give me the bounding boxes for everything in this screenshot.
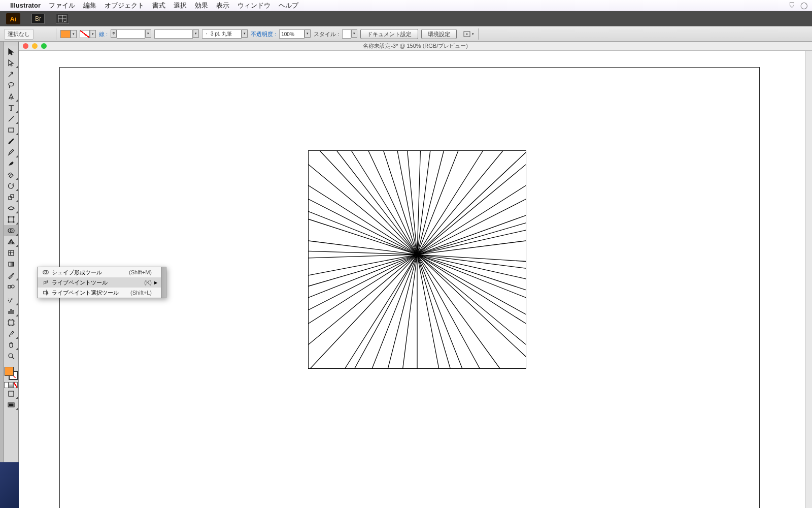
svg-rect-22 bbox=[9, 391, 14, 396]
svg-point-4 bbox=[466, 34, 468, 35]
svg-line-71 bbox=[417, 255, 526, 298]
menu-type[interactable]: 書式 bbox=[152, 1, 165, 10]
tool-perspective-grid[interactable] bbox=[4, 236, 18, 247]
app-name[interactable]: Illustrator bbox=[10, 2, 41, 9]
tool-lasso[interactable] bbox=[4, 80, 18, 91]
document-titlebar[interactable]: 名称未設定-3* @ 150% (RGB/プレビュー) bbox=[19, 42, 812, 51]
svg-rect-17 bbox=[9, 262, 14, 266]
screen-mode[interactable] bbox=[4, 399, 18, 410]
tool-mesh[interactable] bbox=[4, 247, 18, 259]
bridge-app-icon[interactable]: Br bbox=[31, 14, 45, 24]
arrange-documents-icon[interactable] bbox=[56, 14, 69, 24]
opacity-panel-link[interactable]: 不透明度 : bbox=[251, 30, 276, 38]
tool-zoom[interactable] bbox=[4, 351, 18, 362]
menu-view[interactable]: 表示 bbox=[216, 1, 229, 10]
svg-line-32 bbox=[403, 255, 417, 368]
document-title: 名称未設定-3* @ 150% (RGB/プレビュー) bbox=[19, 42, 812, 50]
flyout-item-1[interactable]: ライブペイントツール(K)▶ bbox=[38, 277, 161, 288]
tool-line-segment[interactable] bbox=[4, 113, 18, 124]
tool-blob-brush[interactable] bbox=[4, 158, 18, 169]
brush-definition[interactable]: ・ 3 pt. 丸筆▾ bbox=[202, 29, 248, 39]
fill-swatch-control[interactable]: ▾ bbox=[60, 30, 77, 38]
tool-scale[interactable] bbox=[4, 192, 18, 203]
variable-width-profile[interactable]: ▾ bbox=[154, 29, 199, 39]
tool-column-graph[interactable] bbox=[4, 306, 18, 317]
svg-line-25 bbox=[417, 255, 526, 268]
tool-blend[interactable] bbox=[4, 281, 18, 292]
control-panel: 選択なし ▾ ▾ 線 : ≑▾ ▾ ・ 3 pt. 丸筆▾ 不透明度 : 100… bbox=[0, 26, 812, 42]
vertical-scrollbar[interactable] bbox=[805, 51, 812, 508]
svg-line-68 bbox=[417, 199, 526, 255]
svg-rect-6 bbox=[9, 128, 14, 132]
flyout-item-label: ライブペイントツール bbox=[51, 279, 144, 287]
flyout-item-0[interactable]: シェイプ形成ツール(Shift+M) bbox=[38, 267, 161, 277]
selection-indicator[interactable]: 選択なし bbox=[4, 29, 33, 40]
tool-magic-wand[interactable] bbox=[4, 69, 18, 80]
flyout-tearoff-grip[interactable] bbox=[161, 267, 166, 298]
tool-pencil[interactable] bbox=[4, 147, 18, 158]
cloud-sync-icon[interactable]: ◯ bbox=[800, 2, 808, 9]
stroke-panel-link[interactable]: 線 : bbox=[99, 30, 108, 38]
tool-eyedropper[interactable] bbox=[4, 270, 18, 281]
stroke-swatch-control[interactable]: ▾ bbox=[80, 30, 96, 38]
tool-rotate[interactable] bbox=[4, 180, 18, 192]
shield-icon[interactable]: ⛉ bbox=[789, 2, 795, 9]
tool-selection[interactable] bbox=[4, 46, 18, 57]
stroke-weight-stepper[interactable]: ≑▾ bbox=[111, 29, 151, 39]
fill-stroke-indicator[interactable] bbox=[5, 367, 18, 380]
tool-hand[interactable] bbox=[4, 339, 18, 351]
svg-line-60 bbox=[309, 255, 417, 286]
tool-direct-selection[interactable] bbox=[4, 57, 18, 69]
svg-line-66 bbox=[417, 151, 444, 255]
svg-line-79 bbox=[417, 165, 526, 255]
menu-effect[interactable]: 効果 bbox=[195, 1, 208, 10]
svg-line-34 bbox=[345, 255, 417, 368]
svg-line-49 bbox=[417, 151, 483, 255]
workspace: 名称未設定-3* @ 150% (RGB/プレビュー) シェイプ形成ツール(Sh… bbox=[0, 42, 812, 508]
svg-point-19 bbox=[11, 285, 14, 288]
panel-grip[interactable] bbox=[4, 43, 18, 46]
flyout-item-shortcut: (Shift+M) bbox=[129, 269, 154, 275]
menu-edit[interactable]: 編集 bbox=[83, 1, 96, 10]
graphic-style[interactable]: ▾ bbox=[342, 29, 357, 39]
svg-rect-24 bbox=[9, 404, 13, 406]
menu-help[interactable]: ヘルプ bbox=[279, 1, 298, 10]
tool-pen[interactable] bbox=[4, 91, 18, 102]
menu-file[interactable]: ファイル bbox=[49, 1, 75, 10]
illustrator-app-icon[interactable]: Ai bbox=[6, 13, 20, 24]
opacity-field[interactable]: 100%▾ bbox=[279, 29, 311, 39]
tool-width[interactable] bbox=[4, 203, 18, 214]
style-label: スタイル : bbox=[314, 30, 339, 38]
macos-menubar: Illustrator ファイル 編集 オブジェクト 書式 選択 効果 表示 ウ… bbox=[0, 0, 812, 11]
svg-rect-18 bbox=[8, 285, 11, 288]
flyout-item-label: ライブペイント選択ツール bbox=[51, 289, 130, 297]
draw-mode-normal[interactable] bbox=[4, 388, 18, 399]
tool-gradient[interactable] bbox=[4, 259, 18, 270]
tool-eraser[interactable] bbox=[4, 169, 18, 180]
document-setup-button[interactable]: ドキュメント設定 bbox=[360, 29, 418, 39]
align-to-icon[interactable]: ▾ bbox=[463, 30, 474, 38]
menu-select[interactable]: 選択 bbox=[174, 1, 187, 10]
tool-slice[interactable] bbox=[4, 328, 18, 339]
svg-line-80 bbox=[417, 223, 526, 255]
svg-line-51 bbox=[417, 185, 526, 255]
menu-object[interactable]: オブジェクト bbox=[105, 1, 144, 10]
svg-line-37 bbox=[309, 255, 417, 298]
tool-artboard[interactable] bbox=[4, 317, 18, 328]
flyout-item-2[interactable]: ライブペイント選択ツール(Shift+L) bbox=[38, 288, 161, 298]
tool-symbol-sprayer[interactable] bbox=[4, 295, 18, 306]
flyout-item-icon bbox=[41, 289, 51, 296]
tool-shape-builder[interactable] bbox=[4, 225, 18, 236]
svg-line-72 bbox=[417, 255, 526, 344]
svg-line-30 bbox=[417, 255, 462, 368]
preferences-button[interactable]: 環境設定 bbox=[421, 29, 457, 39]
color-mode-row[interactable] bbox=[4, 382, 18, 388]
fill-color-box[interactable] bbox=[5, 367, 14, 376]
submenu-arrow-icon: ▶ bbox=[154, 280, 158, 285]
tool-rectangle[interactable] bbox=[4, 124, 18, 136]
tool-type[interactable] bbox=[4, 102, 18, 113]
menu-window[interactable]: ウィンドウ bbox=[238, 1, 270, 10]
tool-paintbrush[interactable] bbox=[4, 136, 18, 147]
svg-point-12 bbox=[8, 221, 9, 223]
tool-free-transform[interactable] bbox=[4, 214, 18, 225]
